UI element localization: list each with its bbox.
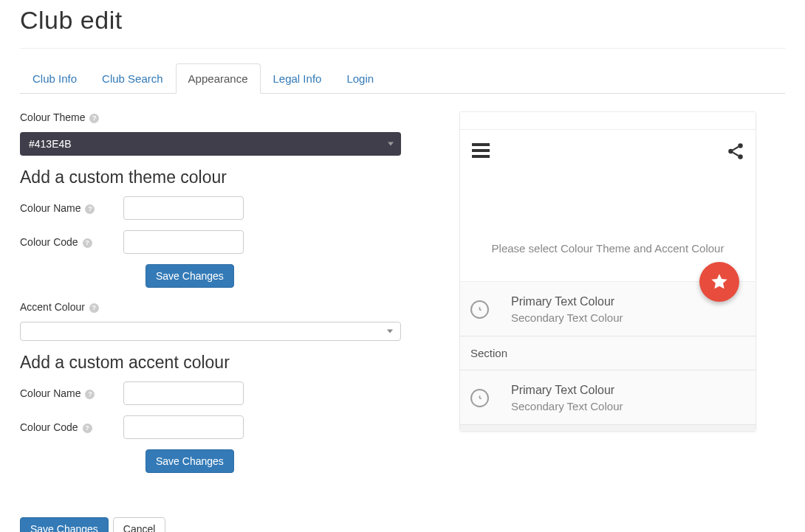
help-icon[interactable]: ? [83,424,92,433]
preview-card: Please select Colour Theme and Accent Co… [459,111,756,432]
help-icon[interactable]: ? [83,238,92,248]
clock-icon [470,389,489,407]
accent-colour-select[interactable] [20,322,401,341]
tab-bar: Club Info Club Search Appearance Legal I… [20,63,785,94]
theme-colour-name-label: Colour Name [20,202,80,214]
save-theme-button[interactable]: Save Changes [145,264,234,288]
theme-colour-code-input[interactable] [123,230,244,254]
hamburger-icon [472,143,490,161]
svg-point-2 [738,154,743,159]
fab-button [699,262,739,302]
accent-colour-name-label: Colour Name [20,387,80,399]
chevron-down-icon [387,330,393,334]
help-icon[interactable]: ? [89,303,99,313]
divider [20,48,785,49]
colour-theme-select[interactable]: #413E4B [20,132,401,156]
page-title: Club edit [20,6,785,35]
list-secondary-text: Secondary Text Colour [511,311,623,324]
svg-point-1 [728,149,733,154]
accent-heading: Add a custom accent colour [20,353,408,373]
save-accent-button[interactable]: Save Changes [145,449,234,473]
colour-theme-label: Colour Theme [20,111,85,123]
tab-login[interactable]: Login [334,63,386,94]
preview-topbar [460,112,756,130]
colour-theme-value: #413E4B [29,138,72,150]
svg-point-0 [738,143,743,148]
section-row: Section [460,336,756,370]
theme-heading: Add a custom theme colour [20,167,408,187]
theme-colour-code-label: Colour Code [20,236,78,248]
list-primary-text: Primary Text Colour [511,295,623,308]
preview-footer [460,425,756,431]
accent-colour-label: Accent Colour [20,301,85,313]
tab-legal-info[interactable]: Legal Info [261,63,335,94]
chevron-down-icon [388,142,394,146]
help-icon[interactable]: ? [85,390,95,399]
list-item: Primary Text Colour Secondary Text Colou… [460,370,756,425]
list-primary-text: Primary Text Colour [511,384,623,397]
clock-icon [470,300,489,319]
list-secondary-text: Secondary Text Colour [511,400,623,412]
accent-colour-name-input[interactable] [123,381,244,405]
help-icon[interactable]: ? [89,114,99,123]
tab-appearance[interactable]: Appearance [176,63,261,94]
theme-colour-name-input[interactable] [123,196,244,220]
help-icon[interactable]: ? [85,204,95,214]
accent-colour-code-input[interactable] [123,415,244,439]
share-icon [726,142,745,163]
tab-club-info[interactable]: Club Info [20,63,89,94]
save-changes-button[interactable]: Save Changes [20,517,109,532]
tab-club-search[interactable]: Club Search [89,63,176,94]
star-icon [710,272,729,291]
accent-colour-code-label: Colour Code [20,421,78,433]
cancel-button[interactable]: Cancel [113,517,166,532]
preview-message: Please select Colour Theme and Accent Co… [460,242,756,255]
